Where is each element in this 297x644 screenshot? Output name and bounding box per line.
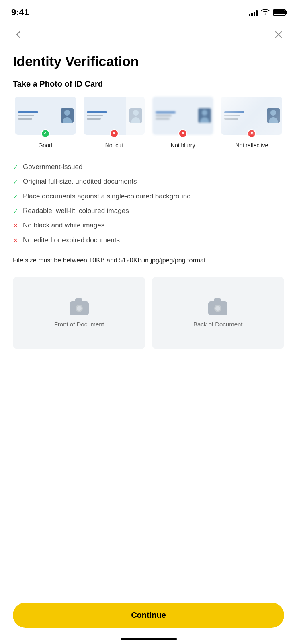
blurry-badge: ✕ (178, 129, 187, 138)
id-example-cut: ✕ Not cut (82, 97, 146, 149)
id-line-reflective-1 (224, 111, 244, 113)
id-card-lines-blurry (156, 111, 176, 120)
id-card-wrapper-good: ✓ (15, 97, 76, 135)
req-government-issued: ✓ Government-issued (13, 160, 284, 174)
back-button[interactable] (11, 27, 26, 42)
section-title: Take a Photo of ID Card (13, 79, 284, 89)
file-size-note: File size must be between 10KB and 5120K… (13, 256, 284, 265)
id-example-reflective: ✕ Not reflective (219, 97, 284, 149)
req-text-1: Government-issued (23, 162, 82, 172)
page-title: Identity Verification (13, 53, 284, 70)
req-original-docs: ✓ Original full-size, unedited documents (13, 174, 284, 189)
home-indicator (121, 638, 177, 640)
id-card-reflective (221, 97, 282, 135)
id-line-cut-3 (87, 118, 101, 120)
req-text-2: Original full-size, unedited documents (23, 177, 137, 186)
id-avatar-cut (129, 108, 142, 123)
check-icon-1: ✓ (13, 163, 18, 172)
cross-icon-1: ✕ (13, 221, 18, 230)
id-line-blurry-2 (156, 115, 172, 116)
cross-icon-2: ✕ (13, 236, 18, 245)
status-time: 9:41 (11, 7, 29, 18)
id-line-reflective-2 (224, 115, 240, 116)
id-example-good: ✓ Good (13, 97, 78, 149)
main-content: Identity Verification Take a Photo of ID… (0, 47, 297, 413)
req-text-3: Place documents against a single-coloure… (23, 192, 191, 201)
status-bar: 9:41 (0, 0, 297, 23)
id-card-lines-cut (87, 111, 107, 120)
back-document-label: Back of Document (193, 321, 243, 328)
cut-badge: ✕ (110, 129, 119, 138)
id-card-lines (18, 111, 38, 120)
id-card-wrapper-blurry: ✕ (152, 97, 213, 135)
id-line-3 (18, 118, 32, 120)
back-document-upload[interactable]: Back of Document (152, 277, 285, 349)
check-icon-2: ✓ (13, 178, 18, 186)
upload-areas: Front of Document Back of Document (13, 277, 284, 349)
check-icon-3: ✓ (13, 192, 18, 201)
id-label-blurry: Not blurry (171, 142, 195, 149)
nav-bar (0, 23, 297, 47)
id-label-reflective: Not reflective (236, 142, 268, 149)
id-label-good: Good (39, 142, 52, 149)
id-line-blurry-3 (156, 118, 170, 120)
req-background: ✓ Place documents against a single-colou… (13, 189, 284, 204)
id-example-blurry: ✕ Not blurry (151, 97, 215, 149)
id-line-blurry-1 (156, 111, 176, 113)
id-label-cut: Not cut (105, 142, 123, 149)
check-icon-4: ✓ (13, 207, 18, 216)
status-icons (249, 8, 286, 17)
requirements-list: ✓ Government-issued ✓ Original full-size… (13, 160, 284, 248)
req-text-6: No edited or expired documents (23, 235, 120, 245)
front-document-upload[interactable]: Front of Document (13, 277, 145, 349)
id-line-reflective-3 (224, 118, 238, 120)
good-badge: ✓ (41, 129, 50, 138)
req-text-5: No black and white images (23, 221, 104, 230)
battery-icon (273, 9, 286, 16)
camera-body-front (70, 301, 89, 315)
camera-icon-back (208, 298, 227, 315)
continue-button[interactable]: Continue (13, 603, 284, 628)
id-avatar (61, 108, 74, 123)
close-button[interactable] (271, 27, 286, 42)
id-examples: ✓ Good ✕ Not cut (13, 97, 284, 149)
id-avatar-reflective (267, 108, 280, 123)
req-readable: ✓ Readable, well-lit, coloured images (13, 204, 284, 218)
camera-body-back (208, 301, 227, 315)
id-avatar-blurry (198, 108, 211, 123)
id-card-lines-reflective (224, 111, 244, 120)
req-no-edited: ✕ No edited or expired documents (13, 233, 284, 248)
continue-bar: Continue (0, 596, 297, 644)
wifi-icon (261, 8, 270, 17)
id-card-wrapper-reflective: ✕ (221, 97, 282, 135)
signal-icon (249, 9, 258, 16)
id-line-1 (18, 111, 38, 113)
camera-lens-front (76, 305, 83, 312)
id-line-cut-2 (87, 115, 103, 116)
id-card-wrapper-cut: ✕ (84, 97, 145, 135)
id-line-2 (18, 115, 34, 116)
req-no-bw: ✕ No black and white images (13, 218, 284, 233)
front-document-label: Front of Document (54, 321, 104, 328)
req-text-4: Readable, well-lit, coloured images (23, 206, 129, 216)
camera-lens-back (214, 305, 221, 312)
camera-icon-front (70, 298, 89, 315)
id-line-cut-1 (87, 111, 107, 113)
